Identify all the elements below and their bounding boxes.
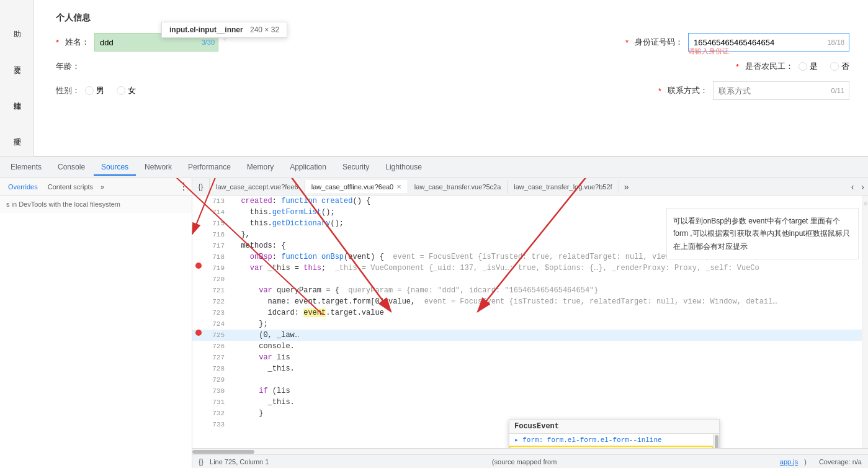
sidebar-item-accept[interactable]: 受理	[9, 129, 25, 135]
code-line-721: 721 var queryParam = { queryParam = {nam…	[192, 285, 862, 296]
id-label: 身份证号码：	[635, 37, 683, 48]
linenum-729: 729	[205, 374, 230, 385]
status-bar: {} Line 725, Column 1 (source mapped fro…	[192, 454, 868, 468]
form-content: 个人信息 input.el-input__inner 240 × 32 * 姓名…	[50, 6, 856, 115]
linecontent-723: idcard: event.target.value	[230, 307, 862, 318]
sidebar-item-assist[interactable]: 助	[9, 21, 25, 27]
tab-performance[interactable]: Performance	[181, 160, 238, 176]
linenum-722: 722	[205, 296, 230, 307]
popup-body: ▸ form: form.el-form.el-form--inline ▼ 0…	[509, 434, 719, 448]
focus-event-popup: FocusEvent ▸ form: form.el-form.el-form-…	[509, 419, 720, 448]
gender-male-label: 男	[96, 85, 104, 96]
code-scrollbar[interactable]	[862, 196, 868, 448]
linenum-713: 713	[205, 196, 230, 207]
tab-application[interactable]: Application	[282, 160, 334, 176]
form-row-age-farmer: 年龄： * 是否农民工： 是 否	[56, 61, 849, 72]
tab-lighthouse[interactable]: Lighthouse	[378, 160, 429, 176]
file-tab-offline[interactable]: law_case_offline.vue?6ea0 ×	[305, 180, 408, 193]
breakpoint-dot-725[interactable]	[195, 330, 202, 336]
linenum-732: 732	[205, 408, 230, 419]
sync-notice: s in DevTools with the local filesystem	[0, 196, 192, 213]
file-tabs: {} law_case_accept.vue?fee6 law_case_off…	[192, 178, 868, 196]
code-line-725: 725 (0, _law…	[192, 330, 862, 341]
farmer-yes-radio[interactable]	[799, 62, 807, 71]
farmer-radio-group: 是 否	[799, 61, 849, 72]
tab-network[interactable]: Network	[137, 160, 179, 176]
farmer-no-option[interactable]: 否	[830, 61, 849, 72]
id-field: * 身份证号码： 18/18 请输入身份证	[625, 33, 849, 52]
linecontent-719: var _this = this; _this = VueComponent {…	[230, 263, 862, 274]
popup-item-1[interactable]: ▼ 0: input.el-input__inner	[509, 446, 713, 448]
name-counter: 3/30	[202, 38, 215, 46]
subtab-more[interactable]: »	[101, 183, 104, 191]
gender-label: 性别：	[56, 85, 80, 96]
linecontent-726: console.	[230, 341, 862, 352]
subtab-content-scripts[interactable]: Content scripts	[43, 181, 98, 192]
age-label: 年龄：	[56, 61, 80, 72]
id-input-wrapper: 18/18 请输入身份证	[688, 33, 849, 52]
breakpoint-dot-719[interactable]	[195, 263, 202, 269]
popup-scrollbar[interactable]	[713, 434, 719, 448]
file-tab-offline-close[interactable]: ×	[396, 182, 401, 191]
code-line-722: 722 name: event.target.form[0].value, ev…	[192, 296, 862, 307]
popup-item-0[interactable]: ▸ form: form.el-form.el-form--inline	[509, 434, 713, 446]
contact-input[interactable]	[713, 81, 849, 100]
devtools-tabs: Elements Console Sources Network Perform…	[0, 157, 868, 178]
code-line-713: 713 created: function created() {	[192, 196, 862, 207]
linecontent-731: _this.	[230, 397, 862, 408]
code-line-719: 719 var _this = this; _this = VueCompone…	[192, 263, 862, 274]
devtools: Elements Console Sources Network Perform…	[0, 156, 868, 468]
tab-sources[interactable]: Sources	[94, 160, 136, 176]
farmer-no-radio[interactable]	[830, 62, 839, 71]
farmer-yes-option[interactable]: 是	[799, 61, 818, 72]
file-tab-accept[interactable]: law_case_accept.vue?fee6	[210, 181, 305, 193]
file-nav-next[interactable]: ›	[857, 181, 868, 193]
code-line-720: 720	[192, 274, 862, 285]
linenum-721: 721	[205, 285, 230, 296]
code-line-727: 727 var lis	[192, 352, 862, 363]
farmer-no-label: 否	[841, 61, 849, 72]
file-tab-transfer[interactable]: law_case_transfer.vue?5c2a	[408, 181, 508, 193]
code-line-731: 731 _this.	[192, 397, 862, 408]
tab-security[interactable]: Security	[335, 160, 377, 176]
linecontent-728: _this.	[230, 363, 862, 374]
file-tab-transfer-log[interactable]: law_case_transfer_log.vue?b52f	[508, 181, 619, 193]
gender-female-radio[interactable]	[117, 86, 125, 95]
linenum-724: 724	[205, 318, 230, 330]
contact-input-wrapper: 0/11	[713, 81, 849, 100]
age-field: 年龄：	[56, 61, 80, 72]
gender-field: 性别： 男 女	[56, 85, 136, 96]
form-area: 助 变更 端法律 受理 个人信息 input.el-input__inner 2…	[0, 0, 868, 156]
tab-elements[interactable]: Elements	[3, 160, 49, 176]
contact-required: *	[658, 86, 661, 96]
gender-male-radio[interactable]	[85, 86, 94, 95]
sub-tabs: Overrides Content scripts » ⋮	[0, 178, 192, 196]
code-line-723: 723 idcard: event.target.value	[192, 307, 862, 318]
farmer-field: * 是否农民工： 是 否	[736, 61, 849, 72]
gender-female-label: 女	[128, 85, 136, 96]
code-line-732: 732 }	[192, 408, 862, 419]
gender-male-option[interactable]: 男	[85, 85, 104, 96]
h-scrollbar[interactable]	[192, 448, 868, 454]
sidebar-item-law[interactable]: 端法律	[9, 93, 25, 99]
source-icon: {}	[199, 457, 204, 466]
file-tab-more[interactable]: »	[619, 179, 634, 194]
contact-field: * 联系方式： 0/11	[658, 81, 849, 100]
linenum-723: 723	[205, 307, 230, 318]
code-line-730: 730 if (lis	[192, 385, 862, 397]
name-label: 姓名：	[65, 37, 89, 48]
linecontent-722: name: event.target.form[0].value, event …	[230, 296, 862, 307]
tab-console[interactable]: Console	[50, 160, 92, 176]
subtab-overrides[interactable]: Overrides	[3, 181, 43, 192]
devtools-body: Overrides Content scripts » ⋮ s in DevTo…	[0, 178, 868, 468]
subtab-options[interactable]: ⋮	[179, 181, 189, 192]
tab-memory[interactable]: Memory	[239, 160, 281, 176]
sidebar-item-change[interactable]: 变更	[9, 57, 25, 63]
linenum-720: 720	[205, 274, 230, 285]
status-source-map[interactable]: app.js	[780, 458, 798, 466]
linenum-728: 728	[205, 363, 230, 374]
linenum-730: 730	[205, 385, 230, 397]
gender-female-option[interactable]: 女	[117, 85, 136, 96]
left-panel: Overrides Content scripts » ⋮ s in DevTo…	[0, 178, 192, 468]
file-nav-prev[interactable]: ‹	[848, 181, 858, 193]
